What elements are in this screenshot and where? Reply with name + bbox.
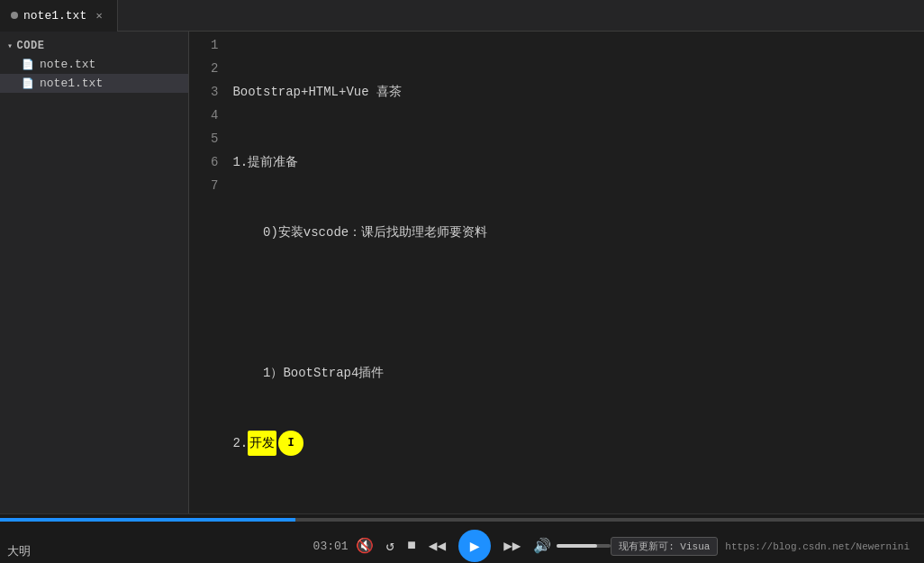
line-numbers: 1 2 3 4 5 6 7 (189, 32, 229, 513)
player-controls: 03:01 🔇 ↺ ■ ◀◀ ▶ ▶▶ 🔊 现有更新可: Visua https… (0, 529, 924, 563)
code-text-4 (232, 291, 240, 314)
sidebar: ▾ CODE 📄 note.txt 📄 note1.txt (0, 32, 189, 513)
progress-bar-fill (0, 518, 295, 522)
video-player-bar: 03:01 🔇 ↺ ■ ◀◀ ▶ ▶▶ 🔊 现有更新可: Visua https… (0, 513, 924, 563)
mute-button[interactable]: 🔇 (356, 537, 374, 555)
sidebar-section-code: ▾ CODE 📄 note.txt 📄 note1.txt (0, 35, 188, 95)
stop-button[interactable]: ■ (407, 538, 416, 554)
rewind-button[interactable]: ◀◀ (429, 537, 446, 555)
volume-fill (557, 544, 597, 548)
sidebar-folder-code[interactable]: ▾ CODE (0, 37, 188, 55)
main-area: ▾ CODE 📄 note.txt 📄 note1.txt 1 2 3 4 5 … (0, 32, 924, 513)
bottom-left-label: 大明 (7, 543, 31, 559)
code-line-5: 1）BootStrap4插件 (229, 361, 924, 385)
update-notice[interactable]: 现有更新可: Visua (611, 537, 718, 556)
highlight-kaifa: 开发 (248, 431, 276, 456)
line-num-7: 7 (211, 174, 218, 197)
editor-area[interactable]: 1 2 3 4 5 6 7 Bootstrap+HTML+Vue 喜茶 1.提前… (189, 32, 924, 513)
line-num-6: 6 (211, 150, 218, 174)
code-line-6: 2.开发I (229, 431, 924, 455)
volume-area: 🔊 (533, 537, 611, 555)
repeat-button[interactable]: ↺ (386, 537, 395, 555)
code-text-5: 1）BootStrap4插件 (232, 361, 384, 385)
line-num-1: 1 (211, 33, 218, 57)
sidebar-file-active-label: note1.txt (40, 77, 103, 90)
url-label: https://blog.csdn.net/Newernini (725, 541, 910, 552)
code-text-7 (232, 502, 240, 513)
tab-dot (11, 12, 18, 19)
tab-bar: note1.txt ✕ (0, 0, 924, 32)
time-display: 03:01 (313, 540, 349, 553)
sidebar-file-label: note.txt (40, 58, 95, 71)
sidebar-file-note1[interactable]: 📄 note1.txt (0, 74, 188, 93)
active-tab[interactable]: note1.txt ✕ (0, 0, 118, 32)
sidebar-folder-label: CODE (17, 40, 45, 52)
code-line-3: 0)安装vscode：课后找助理老师要资料 (229, 221, 924, 244)
code-text-2: 1.提前准备 (232, 150, 298, 174)
volume-icon: 🔊 (533, 537, 551, 555)
code-text-1: Bootstrap+HTML+Vue 喜茶 (232, 80, 402, 104)
forward-button[interactable]: ▶▶ (503, 537, 521, 555)
control-buttons-group: 🔇 ↺ ■ ◀◀ ▶ ▶▶ 🔊 (356, 530, 611, 562)
file-icon-active: 📄 (22, 77, 34, 89)
line-num-2: 2 (211, 57, 218, 80)
line-num-3: 3 (211, 80, 218, 104)
cursor-indicator: I (278, 431, 303, 456)
file-icon: 📄 (22, 59, 34, 70)
code-text-3: 0)安装vscode：课后找助理老师要资料 (232, 221, 487, 244)
line-num-4: 4 (211, 104, 218, 127)
update-notice-text: 现有更新可: Visua (619, 541, 710, 552)
progress-bar-container[interactable] (0, 518, 924, 522)
chevron-down-icon: ▾ (7, 41, 14, 51)
play-button[interactable]: ▶ (458, 530, 491, 562)
code-line-2: 1.提前准备 (229, 150, 924, 174)
tab-close-button[interactable]: ✕ (92, 8, 106, 23)
code-line-4 (229, 291, 924, 314)
line-num-5: 5 (211, 127, 218, 150)
code-line-7 (229, 502, 924, 513)
sidebar-file-note[interactable]: 📄 note.txt (0, 55, 188, 74)
current-time: 03:01 (313, 540, 349, 553)
right-area: 现有更新可: Visua https://blog.csdn.net/Newer… (611, 537, 910, 556)
tab-filename: note1.txt (23, 9, 86, 23)
code-line-1: Bootstrap+HTML+Vue 喜茶 (229, 80, 924, 104)
volume-slider[interactable] (557, 544, 611, 548)
code-content[interactable]: Bootstrap+HTML+Vue 喜茶 1.提前准备 0)安装vscode：… (229, 32, 924, 513)
code-text-6a: 2. (232, 431, 248, 455)
